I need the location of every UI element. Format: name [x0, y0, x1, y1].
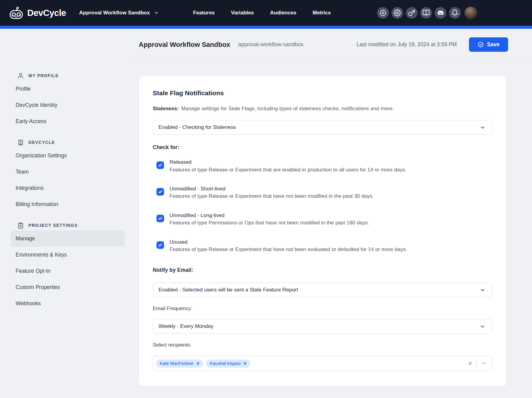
docs-button[interactable]: [420, 7, 432, 19]
main-content: Stale Flag Notifications Staleness:Manag…: [135, 61, 532, 398]
person-icon: [17, 73, 24, 79]
bell-icon: [451, 9, 459, 17]
page-slug: approval-workflow-sandbox: [238, 41, 303, 48]
sidebar-section-title: MY PROFILE: [28, 73, 58, 78]
check-label: Unmodified - Long-lived: [170, 212, 369, 219]
project-selector-label: Approval Workflow Sandbox: [79, 10, 150, 16]
primary-nav: Features Variables Audiences Metrics: [193, 10, 331, 16]
notifications-button[interactable]: [449, 7, 461, 19]
chevron-down-icon: [480, 287, 485, 293]
select-recipients-label: Select recipients:: [153, 342, 493, 348]
stale-flag-notifications-card: Stale Flag Notifications Staleness:Manag…: [139, 76, 507, 386]
clipboard-icon: [17, 222, 24, 229]
staleness-check-list: Released Features of type Release or Exp…: [153, 159, 493, 253]
staleness-label: Staleness:: [153, 106, 179, 111]
remove-recipient-icon[interactable]: ✕: [196, 361, 200, 366]
building-icon: [17, 139, 24, 146]
email-frequency-label: Email Frequency:: [153, 306, 493, 311]
sidebar-section-title: PROJECT SETTINGS: [28, 223, 78, 228]
api-keys-button[interactable]: [406, 7, 418, 19]
gear-icon: [394, 9, 401, 17]
notify-by-email-label: Notify by Email:: [153, 267, 493, 273]
create-button[interactable]: [377, 7, 389, 19]
multiselect-controls: ✕: [468, 359, 487, 368]
check-row-released: Released Features of type Release or Exp…: [153, 159, 493, 173]
check-for-label: Check for:: [153, 144, 493, 151]
sidebar-item-webhooks[interactable]: Webhooks: [11, 295, 125, 312]
check-label: Unmodified - Short-lived: [170, 186, 374, 192]
chevron-down-icon[interactable]: [481, 360, 487, 366]
control-divider: [476, 359, 477, 368]
sidebar-item-early-access[interactable]: Early Access: [11, 113, 125, 130]
settings-button[interactable]: [392, 7, 403, 19]
project-selector-dropdown[interactable]: Approval Workflow Sandbox: [79, 10, 159, 16]
staleness-description: Manage settings for Stale Flags, includi…: [181, 106, 394, 111]
sidebar-item-team[interactable]: Team: [11, 164, 125, 180]
recipient-name: Kaushal Kapasi: [210, 361, 241, 366]
notify-by-email-select[interactable]: Enabled - Selected users will be sent a …: [153, 283, 493, 297]
sidebar-item-profile[interactable]: Profile: [11, 81, 125, 97]
nav-link-metrics[interactable]: Metrics: [313, 10, 331, 16]
sidebar-item-integrations[interactable]: Integrations: [11, 180, 125, 196]
recipients-multiselect[interactable]: Kate MacFarlane ✕ Kaushal Kapasi ✕ ✕: [153, 356, 493, 371]
brand-name: DevCycle: [27, 8, 66, 18]
unmodified-long-lived-checkbox[interactable]: [156, 215, 164, 222]
settings-sidebar: MY PROFILE Profile DevCycle Identity Ear…: [0, 61, 135, 321]
unused-checkbox[interactable]: [156, 241, 164, 249]
chevron-down-icon: [480, 324, 485, 329]
staleness-description-line: Staleness:Manage settings for Stale Flag…: [153, 105, 493, 112]
staleness-select-value: Enabled - Checking for Staleness: [159, 124, 236, 130]
navbar-icon-group: [377, 6, 477, 19]
devcycle-logo[interactable]: DevCycle: [9, 6, 66, 19]
email-frequency-select[interactable]: Weekly - Every Monday: [153, 319, 493, 334]
sidebar-section-devcycle: DEVCYCLE Organization Settings Team Inte…: [11, 139, 125, 212]
sidebar-item-feature-opt-in[interactable]: Feature Opt-In: [11, 263, 125, 279]
sidebar-item-devcycle-identity[interactable]: DevCycle Identity: [11, 97, 125, 113]
staleness-select[interactable]: Enabled - Checking for Staleness: [153, 120, 493, 135]
frequency-select-value: Weekly - Every Monday: [159, 323, 213, 329]
check-description: Features of type Release or Experiment t…: [170, 193, 374, 199]
key-icon: [408, 9, 415, 17]
nav-link-features[interactable]: Features: [193, 10, 215, 16]
sidebar-section-my-profile: MY PROFILE Profile DevCycle Identity Ear…: [11, 72, 125, 130]
check-row-unmodified-long-lived: Unmodified - Long-lived Features of type…: [153, 212, 493, 226]
sidebar-section-header: PROJECT SETTINGS: [17, 222, 125, 229]
recipient-name: Kate MacFarlane: [160, 361, 193, 366]
book-open-icon: [422, 9, 430, 17]
sidebar-section-header: DEVCYCLE: [17, 139, 125, 146]
nav-link-audiences[interactable]: Audiences: [270, 10, 296, 16]
check-description: Features of type Release or Experiment t…: [170, 246, 407, 253]
sidebar-item-custom-properties[interactable]: Custom Properties: [11, 279, 125, 295]
check-description: Features of type Release or Experiment t…: [170, 167, 406, 173]
sidebar-section-title: DEVCYCLE: [28, 140, 55, 145]
unmodified-short-lived-checkbox[interactable]: [156, 188, 164, 196]
recipient-chip-kaushal-kapasi: Kaushal Kapasi ✕: [206, 359, 250, 368]
sidebar-section-project-settings: PROJECT SETTINGS Manage Environments & K…: [11, 222, 125, 312]
check-row-unmodified-short-lived: Unmodified - Short-lived Features of typ…: [153, 186, 493, 200]
nav-link-variables[interactable]: Variables: [231, 10, 254, 16]
chevron-down-icon: [480, 125, 485, 130]
page-header: Approval Workflow Sandbox approval-workf…: [135, 29, 532, 61]
sidebar-item-manage[interactable]: Manage: [11, 231, 125, 247]
card-title: Stale Flag Notifications: [153, 89, 493, 97]
save-button[interactable]: Save: [469, 37, 508, 52]
save-button-label: Save: [487, 41, 500, 48]
check-label: Released: [170, 159, 406, 165]
user-avatar[interactable]: [464, 6, 477, 19]
check-row-unused: Unused Features of type Release or Exper…: [153, 239, 493, 253]
devcycle-robot-icon: [9, 6, 23, 19]
recipient-chip-kate-macfarlane: Kate MacFarlane ✕: [156, 359, 203, 368]
check-description: Features of type Permissions or Ops that…: [170, 220, 369, 226]
last-modified-text: Last modified on July 19, 2024 at 3:59 P…: [357, 41, 457, 48]
check-circle-icon: [478, 41, 484, 48]
discord-button[interactable]: [435, 7, 446, 19]
plus-circle-icon: [379, 9, 387, 17]
clear-all-icon[interactable]: ✕: [468, 360, 472, 367]
remove-recipient-icon[interactable]: ✕: [243, 361, 247, 366]
sidebar-item-environments-keys[interactable]: Environments & Keys: [11, 247, 125, 263]
check-label: Unused: [170, 239, 407, 245]
released-checkbox[interactable]: [156, 161, 164, 169]
sidebar-item-billing-information[interactable]: Billing Information: [11, 196, 125, 212]
chevron-down-icon: [154, 10, 159, 15]
sidebar-item-organization-settings[interactable]: Organization Settings: [11, 148, 125, 164]
